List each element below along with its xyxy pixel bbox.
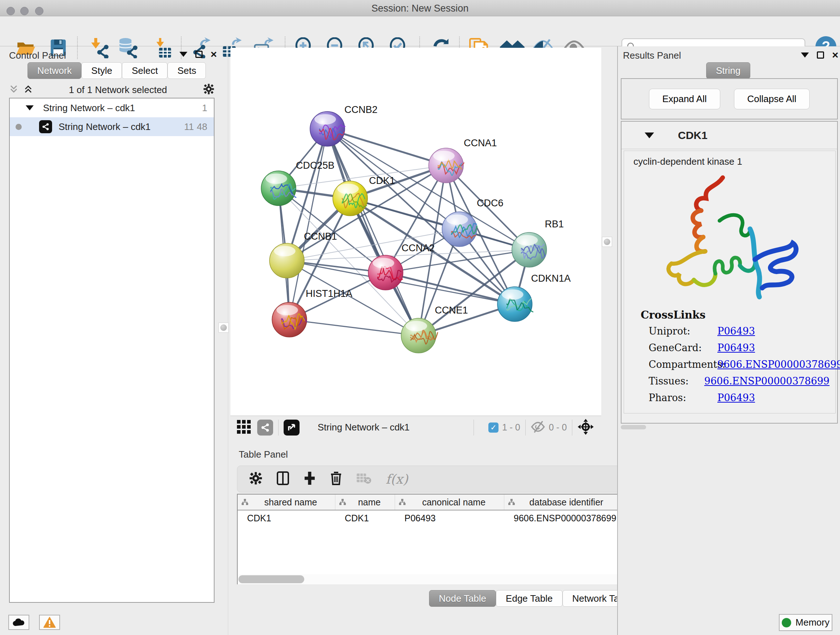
divider [278,420,279,435]
node-CDK1[interactable] [333,181,368,216]
tab-string[interactable]: String [706,62,750,79]
hidden-eye-icon[interactable] [531,421,545,434]
node-label-CDC25B: CDC25B [296,160,335,171]
string-badge-icon[interactable] [257,420,273,435]
crosslink-label: Pharos: [649,392,717,403]
table-options-gear-icon[interactable] [249,471,263,486]
cloud-status-button[interactable] [8,615,29,630]
toolbar-divider [77,36,78,59]
node-RB1[interactable] [512,233,546,267]
network-edge-count: 48 [197,121,207,133]
node-CDC6[interactable] [442,212,477,247]
crosslink-link[interactable]: P06493 [717,392,755,403]
divider [525,420,526,435]
tab-select[interactable]: Select [122,62,167,79]
node-label-CCNA1: CCNA1 [464,138,497,149]
node-HIST1H1A[interactable] [272,302,307,337]
node-CCNE1[interactable] [401,318,438,353]
show-columns-icon[interactable] [276,471,289,487]
node-label-CDC6: CDC6 [477,198,504,209]
section-collapse-icon[interactable] [645,133,654,138]
column-header-name[interactable]: name [335,494,395,510]
network-collection-row[interactable]: String Network – cdk1 1 [10,98,214,117]
collection-count: 1 [202,103,207,114]
node-CCNA2[interactable] [368,255,403,290]
results-panel-title: Results Panel [623,50,681,61]
import-network-file-icon[interactable] [89,37,110,58]
collapse-all-button[interactable]: Collapse All [734,89,810,109]
results-bottom-scrollbar[interactable] [621,425,646,429]
expand-all-icon[interactable] [24,84,33,95]
node-CDKN1A[interactable] [497,287,533,321]
fit-content-crosshair-icon[interactable] [577,418,594,437]
control-panel-title: Control Panel [9,50,66,61]
crosslink-link[interactable]: P06493 [717,325,755,337]
edge-CCNB2-CDKN1A[interactable] [327,129,515,304]
create-column-icon[interactable] [303,471,316,487]
tab-node-table[interactable]: Node Table [429,590,496,607]
crosslink-link[interactable]: 9606.ENSP00000378699 [704,375,829,386]
results-panel-window-buttons: × [801,51,838,59]
network-view-toolbar: String Network – cdk1 ✓ 1 - 0 0 - 0 [231,416,601,439]
tab-edge-table[interactable]: Edge Table [496,590,562,607]
network-row[interactable]: String Network – cdk1 11 48 [10,117,214,136]
collection-expand-icon[interactable] [26,105,34,111]
control-panel-splitter[interactable] [228,46,228,635]
column-header-database-identifier[interactable]: database identifier [504,494,620,510]
close-panel-icon[interactable]: × [210,51,217,58]
tab-sets[interactable]: Sets [167,62,206,79]
control-panel-splitter-handle[interactable] [218,323,229,333]
memory-label: Memory [796,617,829,628]
crosslink-link[interactable]: P06493 [717,342,755,353]
open-in-new-window-icon[interactable] [284,420,300,435]
crosslink-row: Compartments:9606.ENSP00000378699 [649,359,829,370]
table-cell: CDK1 [238,510,335,526]
node-CCNA1[interactable] [429,148,464,183]
results-splitter-handle[interactable] [602,237,612,247]
node-label-CCNB1: CCNB1 [304,231,337,242]
import-network-database-icon[interactable] [117,37,138,58]
import-table-file-icon[interactable] [152,37,173,58]
control-panel-tabs: NetworkStyleSelectSets [27,62,206,79]
tab-style[interactable]: Style [81,62,122,79]
results-scroll-area[interactable]: CDK1 cyclin-dependent kinase 1 Cross [621,121,838,424]
expand-all-button[interactable]: Expand All [649,89,720,109]
hidden-count: 0 - 0 [549,422,567,432]
delete-table-icon [356,472,372,486]
column-header-canonical-name[interactable]: canonical name [395,494,504,510]
scrollbar-thumb[interactable] [238,575,304,583]
network-current-dot [16,124,22,130]
crosslink-link[interactable]: 9606.ENSP00000378699 [717,359,840,370]
gene-section-header[interactable]: CDK1 [622,122,837,149]
node-CDC25B[interactable] [261,171,296,206]
edge-CCNE1-HIST1H1A[interactable] [289,320,418,336]
results-controls: Expand All Collapse All [621,78,838,119]
node-CCNB2[interactable] [310,111,345,146]
float-panel-icon[interactable] [801,52,809,57]
collapse-all-icon[interactable] [9,84,19,95]
maximize-panel-icon[interactable] [817,51,824,59]
node-label-CCNE1: CCNE1 [435,305,468,316]
float-panel-icon[interactable] [180,52,187,57]
column-header-shared-name[interactable]: shared name [238,494,335,510]
maximize-panel-icon[interactable] [195,51,202,58]
title-bar: Session: New Session [0,0,840,16]
tab-network[interactable]: Network [27,62,81,79]
birds-eye-view-icon[interactable] [236,419,251,436]
collection-label: String Network – cdk1 [43,103,135,114]
network-canvas[interactable]: CCNB2CCNA1CDC25BCDK1CDC6RB1CCNB1CCNA2CDK… [231,48,601,416]
selected-checkbox-icon[interactable]: ✓ [488,423,499,432]
table-cell: 9606.ENSP00000378699 [504,510,620,526]
node-label-CDKN1A: CDKN1A [531,273,571,284]
network-options-gear-icon[interactable] [203,83,215,96]
close-panel-icon[interactable]: × [832,51,838,59]
network-label: String Network – cdk1 [58,121,150,133]
divider [474,420,474,435]
delete-column-trash-icon[interactable] [330,471,342,487]
warnings-button[interactable] [39,615,60,630]
node-label-RB1: RB1 [545,219,564,230]
node-CCNB1[interactable] [270,243,304,278]
table-cell: CDK1 [335,510,395,526]
edge-CCNB2-CCNA1[interactable] [327,129,446,165]
memory-button[interactable]: Memory [779,614,832,631]
